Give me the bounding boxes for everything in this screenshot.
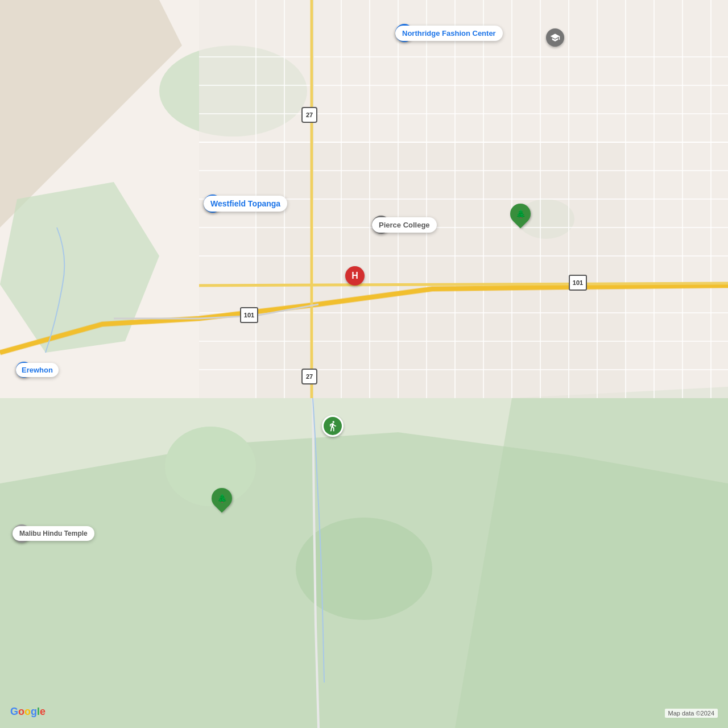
warner-center-label: WARNER CENTER: [284, 247, 343, 254]
alizia-canyon-label: ALIZIA CANYON: [30, 300, 76, 307]
pierce-college-label[interactable]: Pierce College: [372, 217, 437, 233]
svg-point-2: [159, 46, 307, 136]
calabasas-hills-label: CALABASAS HILLS: [86, 399, 147, 406]
bell-canyon-label: Bell Canyon: [37, 168, 83, 176]
svg-rect-0: [0, 0, 728, 728]
svg-rect-11: [256, 142, 626, 398]
westridge-label: Westridge-CanyorWilderness Pa: [529, 530, 607, 546]
canoga-park-label: CANOGA PARK: [290, 156, 338, 163]
svg-marker-5: [0, 432, 728, 728]
calabasas-label: Calabasas: [146, 337, 185, 345]
red-rock-label: Red RockCanyon Park,MountainsRecreation.…: [168, 442, 242, 477]
westfield-topanga-label[interactable]: Westfield Topanga: [204, 196, 287, 212]
svg-point-8: [165, 427, 256, 506]
topanga-state-label: TopangaState Park: [338, 551, 390, 569]
encino-label: ENCIN: [593, 321, 614, 328]
hwy101-east-shield: 101: [569, 275, 587, 291]
sherwood-forest-label: SHERWOODFOREST: [586, 84, 626, 98]
northridge-fashion-label[interactable]: Northridge Fashion Center: [395, 26, 503, 41]
svg-marker-4: [0, 398, 728, 728]
csun-text-label: University,Northridge: [500, 3, 549, 19]
hospital-marker[interactable]: H: [345, 266, 365, 286]
winnetka-label: WINNETKA: [388, 156, 423, 163]
upper-las-virgenes-label: Upper LasVirgenesCanyon OpenSpace Preser…: [60, 226, 139, 258]
monte-nido-label: Monte Nido: [46, 594, 89, 603]
reseda-park-label: Reseda Park: [532, 215, 592, 224]
northridge-label: NORTHRIDGE: [490, 65, 535, 72]
svg-point-9: [296, 518, 432, 620]
erewhon-label[interactable]: Erewhon: [16, 363, 59, 377]
mandevil-label: MANDEVILCANYON: [574, 535, 606, 547]
hwy101-west-shield: 101: [240, 307, 258, 323]
hiking-marker[interactable]: [322, 415, 344, 437]
map-attribution: Map data ©2024: [665, 709, 718, 718]
greater-mulwood-label: GREATERMULWOOD: [234, 386, 269, 399]
tarzana-label: TARZANA: [449, 289, 480, 296]
topanga-label: Topanga: [272, 551, 304, 559]
temple-label[interactable]: Malibu Hindu Temple: [13, 526, 94, 541]
csun-marker[interactable]: [546, 28, 564, 47]
marvin-braude-label: Marvin BraudeMulhollandGateway Park: [408, 411, 475, 436]
sky-zone-label: Sky ZoneTrampoline Park: [557, 132, 633, 149]
woodland-hills-label: WOODLANDHILLS: [278, 291, 317, 305]
svg-line-40: [199, 283, 728, 286]
er-springs-label: ER SPRINGS: [5, 399, 43, 406]
map-container[interactable]: Chatsworth Nature PreserveChatsworthNatu…: [0, 0, 728, 728]
skirball-label: Skirball Cu: [580, 410, 633, 418]
wildwood-label: WILDWOODFERNWOOD: [290, 597, 329, 611]
topanga-oaks-label: TOPANGA OAKS: [297, 519, 349, 526]
chatsworth-label: Chatsworth Nature PreserveChatsworthNatu…: [210, 61, 284, 87]
hwy27-north-shield: 27: [301, 107, 317, 123]
svg-marker-1: [0, 0, 182, 228]
hidden-hills-label: Hidden Hills: [114, 301, 160, 310]
svg-marker-3: [0, 182, 159, 353]
malibu-canyon-label: MALIBUCANYON: [37, 316, 63, 329]
hwy27-south-shield: 27: [301, 369, 317, 384]
lake-bal-label: LAKE BAL: [592, 181, 623, 188]
sylvia-park-label: SYLVIA PARK: [321, 455, 364, 462]
reseda-park-pin[interactable]: 🌲: [506, 200, 535, 229]
red-rock-pin[interactable]: 🌲: [208, 484, 237, 513]
svg-marker-6: [455, 387, 728, 728]
calabasas-park-label: CALABASAS PARK: [169, 357, 229, 364]
reseda-label: RESEDA: [483, 181, 511, 188]
google-logo: Google: [10, 706, 46, 718]
west-hills-label: WEST HILLS: [206, 156, 246, 163]
the-oaks-label: THE OAKS: [107, 414, 141, 421]
